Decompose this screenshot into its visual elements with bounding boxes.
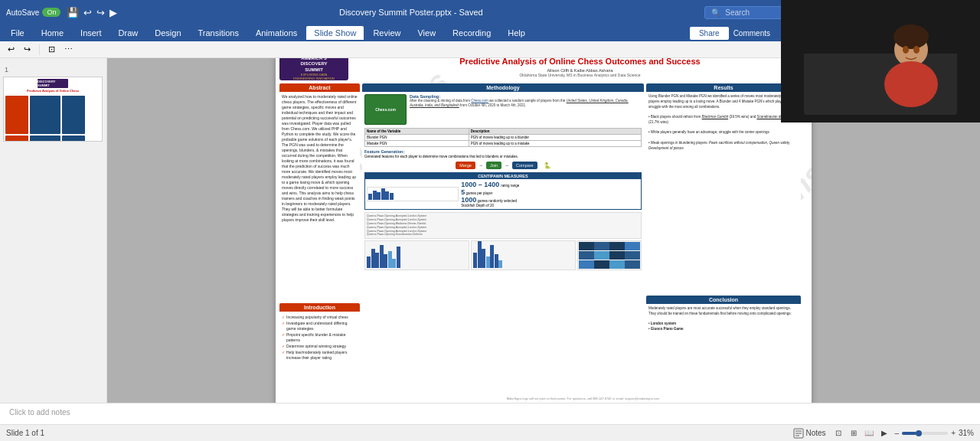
slide-thumb-inner: DISCOVERY SUMMIT Predictive Analysis of … — [3, 77, 103, 142]
normal-view-icon[interactable]: ⊡ — [832, 427, 844, 439]
results-weak: • Weak openings in blundering players: P… — [648, 141, 799, 152]
more-button[interactable]: ⋯ — [61, 44, 76, 55]
tab-view[interactable]: View — [410, 26, 443, 40]
abstract-section: Abstract We analyzed how to moderately r… — [279, 83, 360, 403]
filename: Discovery Summit Poster.pptx - Saved — [123, 8, 698, 17]
separator-1 — [39, 44, 40, 55]
redo-icon[interactable]: ↪ — [96, 7, 105, 18]
sampling-text-area: Data Sampling: After the cleaning & mini… — [410, 94, 642, 125]
save-icon[interactable]: 💾 — [67, 7, 79, 18]
games-text: 5 games per player — [461, 188, 639, 196]
footer-text: MakeSigns logo will not print on final p… — [362, 397, 804, 400]
results-black: • Black players should refrain from Blac… — [648, 115, 799, 126]
selected-text: 1000 games randomly selected — [461, 196, 639, 204]
zoom-slider[interactable] — [902, 432, 948, 435]
results-header: Results — [646, 83, 801, 92]
variable-table: Name of the Variable Description Blunder… — [364, 128, 642, 147]
status-center: Notes — [793, 428, 825, 439]
table-cell-mistake-name: Mistake PGN — [365, 141, 469, 147]
feature-gen-text: Generated features for each player to de… — [364, 155, 642, 158]
intro-section: Introduction ✓ Increasing popularity of … — [279, 303, 360, 403]
slide-logo: AMERICA'SDISCOVERYSUMMIT EXPLORING DATAE… — [279, 58, 348, 80]
zoom-thumb — [916, 430, 922, 436]
slide-info: Slide 1 of 1 — [6, 429, 44, 437]
tab-design[interactable]: Design — [147, 26, 188, 40]
comments-button[interactable]: Comments — [733, 29, 770, 38]
stockfish-text: Stockfish Depth of 20 — [461, 204, 639, 207]
centipawn-header: CENTIPAWN MEASURES — [365, 173, 641, 179]
intro-item-5: ✓ Help low/moderately ranked players inc… — [282, 350, 358, 361]
rating-text: 1000 – 1400 rating range — [461, 181, 639, 188]
slide-sorter-icon[interactable]: ⊞ — [848, 427, 860, 439]
svg-point-5 — [903, 46, 909, 54]
camera-view — [781, 0, 980, 122]
intro-item-1: ✓ Increasing popularity of virtual chess — [282, 315, 358, 320]
intro-header: Introduction — [279, 303, 360, 312]
svg-point-3 — [893, 24, 929, 49]
heatmap-chart — [577, 240, 642, 270]
conclusion-giuoco: • Giuoco Piano Game — [648, 327, 799, 332]
tab-review[interactable]: Review — [365, 26, 408, 40]
conclusion-text: Moderately rated players are most accura… — [648, 306, 799, 317]
results-white: • White players generally have an advant… — [648, 130, 799, 136]
tab-recording[interactable]: Recording — [445, 26, 498, 40]
tab-transitions[interactable]: Transitions — [191, 26, 247, 40]
tab-animations[interactable]: Animations — [248, 26, 305, 40]
abstract-header: Abstract — [279, 83, 360, 92]
table-header-1: Name of the Variable — [365, 129, 469, 135]
status-left: Slide 1 of 1 — [6, 429, 787, 437]
redo-button[interactable]: ↪ — [21, 44, 34, 55]
chess-logo: Chess.com — [364, 94, 407, 125]
status-right: ⊡ ⊞ 📖 ▶ – + 31% — [832, 427, 974, 439]
search-placeholder: Search — [725, 8, 750, 17]
undo-button[interactable]: ↩ — [5, 44, 18, 55]
slide-thumbnail[interactable]: DISCOVERY SUMMIT Predictive Analysis of … — [3, 77, 103, 142]
table-cell-blunder-desc: PGN of moves leading up to a blunder — [469, 135, 641, 141]
intro-content: ✓ Increasing popularity of virtual chess… — [279, 312, 360, 364]
methodology-content: Chess.com Data Sampling: After the clean… — [362, 92, 644, 402]
slide[interactable]: MakeSigns MakeSigns AMERICA'SDISCOVERYSU… — [276, 58, 812, 403]
tab-help[interactable]: Help — [500, 26, 533, 40]
video-feed — [804, 8, 957, 115]
tab-home[interactable]: Home — [34, 26, 71, 40]
notes-area[interactable]: Click to add notes — [0, 403, 980, 424]
intro-item-3: ✓ Pinpoint specific blunder & mistake pa… — [282, 332, 358, 343]
format-button[interactable]: ⊡ — [45, 44, 58, 55]
tab-slideshow[interactable]: Slide Show — [306, 26, 364, 40]
tab-insert[interactable]: Insert — [73, 26, 109, 40]
methodology-section: Methodology Chess.com Data Sampling: Aft… — [362, 83, 644, 403]
status-bar: Slide 1 of 1 Notes ⊡ ⊞ 📖 ▶ – + 31% — [0, 424, 980, 441]
slide-panel: 1 DISCOVERY SUMMIT Predictive Analysis o… — [0, 58, 107, 403]
tab-file[interactable]: File — [3, 26, 32, 40]
slideshow-icon[interactable]: ▶ — [878, 427, 890, 439]
undo-icon[interactable]: ↩ — [83, 7, 92, 18]
conclusion-header: Conclusion — [646, 296, 801, 304]
autosave-area: AutoSave On — [6, 8, 60, 17]
notes-placeholder: Click to add notes — [9, 408, 70, 416]
slide-title: Predictive Analysis of Online Chess Outc… — [352, 58, 808, 67]
merge-button: Merge — [456, 162, 475, 169]
zoom-out-icon[interactable]: – — [895, 429, 900, 437]
present-icon[interactable]: ▶ — [109, 7, 117, 18]
svg-point-4 — [884, 61, 938, 107]
compare-button: Compare — [512, 162, 537, 169]
table-cell-mistake-desc: PGN of moves leading up to a mistake — [469, 141, 641, 147]
table-cell-blunder-name: Blunder PGN — [365, 135, 469, 141]
reading-view-icon[interactable]: 📖 — [863, 427, 875, 439]
centipawn-chart — [367, 187, 459, 201]
bar-chart-1 — [364, 240, 469, 270]
share-button[interactable]: Share — [690, 27, 729, 40]
sampling-text: After the cleaning & mining of data from… — [410, 99, 642, 109]
autosave-toggle[interactable]: On — [42, 8, 60, 17]
notes-button[interactable]: Notes — [793, 428, 825, 439]
heatmap-grid — [579, 242, 640, 269]
zoom-in-icon[interactable]: + — [951, 429, 956, 437]
tab-draw[interactable]: Draw — [111, 26, 146, 40]
flow-buttons: Merge → Join → Compare 🐍 — [364, 161, 642, 170]
conclusion-content: Moderately rated players are most accura… — [646, 304, 801, 402]
logo-text: AMERICA'SDISCOVERYSUMMIT — [300, 58, 327, 73]
centipawn-detail: 1000 – 1400 rating range 5 games per pla… — [367, 181, 639, 207]
intro-item-2: ✓ Investigate and understand differing g… — [282, 321, 358, 332]
conclusion-section: Conclusion Moderately rated players are … — [646, 296, 801, 403]
join-button: Join — [486, 162, 501, 169]
